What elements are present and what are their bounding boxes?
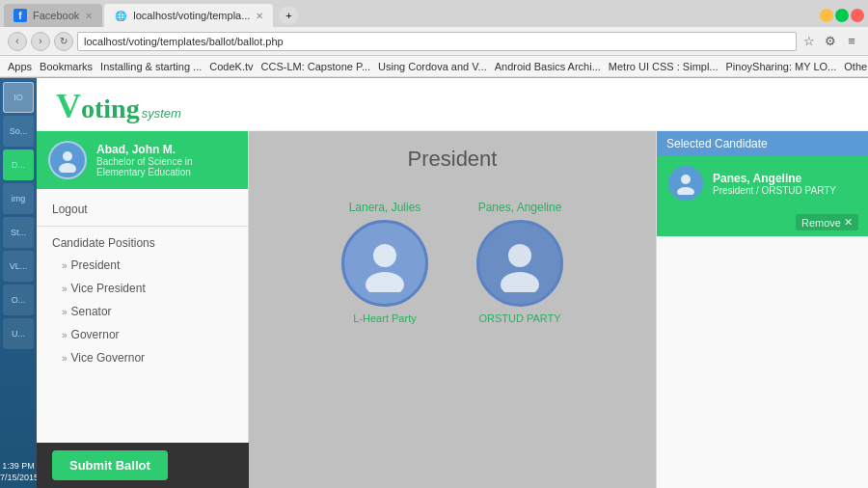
bookmark-cordova[interactable]: Using Cordova and V... xyxy=(378,61,487,72)
tab-voting-label: localhost/voting/templa... xyxy=(133,10,250,21)
maximize-button[interactable] xyxy=(835,9,849,22)
candidates-grid: Lanera, Julies L-Heart Party Pa xyxy=(272,191,633,334)
settings-icon[interactable]: ⚙ xyxy=(822,33,839,50)
taskbar-app-d[interactable]: D... xyxy=(3,149,34,180)
taskbar-app-vl[interactable]: VL... xyxy=(3,251,34,282)
selected-candidate-name: Panes, Angeline xyxy=(713,172,836,185)
candidate-party-lanera: L-Heart Party xyxy=(353,312,416,324)
site-logo: V oting system xyxy=(56,86,849,126)
sidebar-user-profile: Abad, John M. Bachelor of Science in Ele… xyxy=(37,131,248,189)
site-header: V oting system xyxy=(37,78,868,131)
remove-x-icon: ✕ xyxy=(844,216,853,229)
star-icon[interactable]: ☆ xyxy=(800,33,818,50)
browser-window: f Facebook ✕ 🌐 localhost/voting/templa..… xyxy=(0,0,868,488)
candidate-party-panes: ORSTUD PARTY xyxy=(478,312,560,324)
reload-button[interactable]: ↻ xyxy=(54,32,73,51)
remove-bar: Remove ✕ xyxy=(657,210,868,236)
page-body: IO So... D... img St... VL... O... U... … xyxy=(0,78,868,488)
forward-button[interactable]: › xyxy=(31,32,50,51)
submit-ballot-button[interactable]: Submit Ballot xyxy=(52,450,168,480)
new-tab-button[interactable]: + xyxy=(279,6,298,25)
selected-candidate-info: Panes, Angeline President / ORSTUD PARTY xyxy=(713,172,836,196)
selected-candidate-avatar xyxy=(668,166,703,201)
taskbar-app-st[interactable]: St... xyxy=(3,217,34,248)
user-avatar xyxy=(48,141,87,179)
svg-point-3 xyxy=(366,272,404,292)
candidate-name-panes: Panes, Angeline xyxy=(478,201,562,214)
svg-point-7 xyxy=(677,187,694,195)
user-course: Bachelor of Science in Elementary Educat… xyxy=(96,156,236,177)
bottom-toolbar: Submit Ballot xyxy=(37,443,249,488)
tab-voting-close[interactable]: ✕ xyxy=(256,11,263,21)
facebook-favicon: f xyxy=(14,9,27,22)
bookmark-ccslm[interactable]: CCS-LM: Capstone P... xyxy=(261,61,371,72)
bookmark-android[interactable]: Android Basics Archi... xyxy=(495,61,601,72)
tab-facebook-label: Facebook xyxy=(33,10,79,21)
voting-favicon: 🌐 xyxy=(114,9,127,22)
bookmarks-bar: Apps Bookmarks Installing & starting ...… xyxy=(0,56,868,77)
taskbar-app-o[interactable]: O... xyxy=(3,285,34,315)
clock-time: 1:39 PM xyxy=(0,460,37,473)
close-button[interactable] xyxy=(851,9,864,22)
system-clock: 1:39 PM 7/15/2015 xyxy=(0,460,37,484)
taskbar-app-u[interactable]: U... xyxy=(3,318,34,349)
minimize-button[interactable] xyxy=(820,9,833,22)
logo-v: V xyxy=(56,86,81,126)
website-main: Abad, John M. Bachelor of Science in Ele… xyxy=(37,131,868,488)
svg-point-4 xyxy=(508,244,531,267)
sidebar-item-president[interactable]: » President xyxy=(37,254,248,277)
website-body: V oting system xyxy=(37,78,868,488)
bookmark-pinoy[interactable]: PinoySharing: MY LO... xyxy=(726,61,837,72)
windows-taskbar-sidebar: IO So... D... img St... VL... O... U... … xyxy=(0,78,37,488)
bookmark-metroui[interactable]: Metro UI CSS : Simpl... xyxy=(609,61,719,72)
tab-facebook[interactable]: f Facebook ✕ xyxy=(4,4,102,27)
sidebar-item-vicepresident[interactable]: » Vice President xyxy=(37,277,248,300)
chevron-vicegovernor: » xyxy=(62,353,68,364)
tab-facebook-close[interactable]: ✕ xyxy=(85,11,93,21)
logo-system: system xyxy=(142,106,181,121)
tab-voting[interactable]: 🌐 localhost/voting/templa... ✕ xyxy=(104,4,273,27)
chevron-vicepresident: » xyxy=(62,284,68,294)
taskbar-app-so[interactable]: So... xyxy=(3,116,34,147)
user-info: Abad, John M. Bachelor of Science in Ele… xyxy=(96,143,236,177)
bookmark-codek[interactable]: CodeK.tv xyxy=(209,61,253,72)
svg-point-1 xyxy=(59,163,76,173)
candidate-name-lanera: Lanera, Julies xyxy=(349,201,421,214)
selected-candidate-detail: President / ORSTUD PARTY xyxy=(713,185,836,196)
back-button[interactable]: ‹ xyxy=(8,32,27,51)
sidebar-nav: Logout Candidate Positions » President »… xyxy=(37,189,248,377)
sidebar-item-senator[interactable]: » Senator xyxy=(37,300,248,323)
chevron-president: » xyxy=(62,260,68,271)
sidebar-governor-label: Governor xyxy=(71,328,120,341)
bookmark-other[interactable]: Other bookmarks xyxy=(844,61,868,72)
sidebar-item-vicegovernor[interactable]: » Vice Governor xyxy=(37,346,248,369)
bookmark-apps[interactable]: Apps xyxy=(8,61,32,72)
candidate-card-lanera[interactable]: Lanera, Julies L-Heart Party xyxy=(332,191,438,334)
sidebar-vicepresident-label: Vice President xyxy=(71,282,146,295)
bookmark-installing[interactable]: Installing & starting ... xyxy=(100,61,202,72)
candidate-card-panes[interactable]: Panes, Angeline ORSTUD PARTY xyxy=(467,191,573,334)
address-bar[interactable]: localhost/voting/templates/ballot/ballot… xyxy=(77,32,797,51)
svg-point-0 xyxy=(63,151,72,161)
selected-candidate-row: Panes, Angeline President / ORSTUD PARTY xyxy=(657,156,868,210)
taskbar-app-io[interactable]: IO xyxy=(3,82,34,113)
logout-link[interactable]: Logout xyxy=(37,197,248,222)
sidebar-vicegovernor-label: Vice Governor xyxy=(71,351,145,365)
remove-button[interactable]: Remove ✕ xyxy=(796,214,858,230)
browser-chrome: f Facebook ✕ 🌐 localhost/voting/templa..… xyxy=(0,0,868,78)
candidate-avatar-lanera xyxy=(341,220,428,307)
svg-point-6 xyxy=(681,175,691,184)
menu-icon[interactable]: ≡ xyxy=(843,33,860,50)
sidebar-president-label: President xyxy=(71,258,121,272)
bookmark-bookmarks[interactable]: Bookmarks xyxy=(40,61,93,72)
remove-label: Remove xyxy=(801,217,841,229)
candidate-avatar-panes xyxy=(476,220,563,307)
taskbar-app-img[interactable]: img xyxy=(3,183,34,214)
chevron-governor: » xyxy=(62,330,68,340)
sidebar-item-governor[interactable]: » Governor xyxy=(37,323,248,346)
address-text: localhost/voting/templates/ballot/ballot… xyxy=(84,36,284,47)
nav-bar: ‹ › ↻ localhost/voting/templates/ballot/… xyxy=(0,27,868,56)
user-name: Abad, John M. xyxy=(96,143,236,156)
nav-icons: ☆ ⚙ ≡ xyxy=(800,33,860,50)
tab-bar: f Facebook ✕ 🌐 localhost/voting/templa..… xyxy=(0,0,868,27)
